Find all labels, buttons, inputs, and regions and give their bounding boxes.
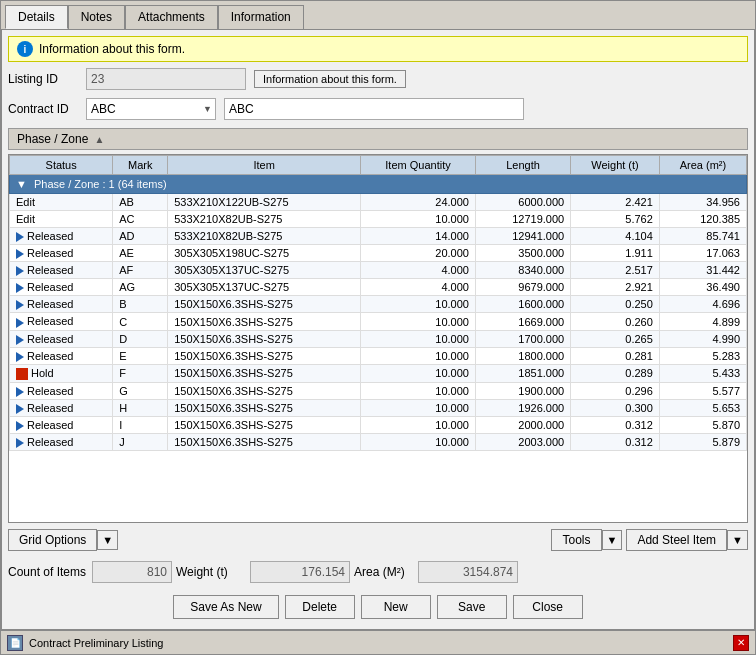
cell-mark: B	[113, 296, 168, 313]
cell-area: 5.577	[659, 382, 746, 399]
status-bar: 📄 Contract Preliminary Listing ✕	[1, 630, 755, 654]
phase-zone-label: Phase / Zone	[17, 132, 88, 146]
add-steel-dropdown[interactable]: ▼	[727, 530, 748, 550]
tab-details[interactable]: Details	[5, 5, 68, 29]
col-mark: Mark	[113, 156, 168, 175]
table-row[interactable]: Released H 150X150X6.3SHS-S275 10.000 19…	[10, 399, 747, 416]
window-close-button[interactable]: ✕	[733, 635, 749, 651]
cell-qty: 10.000	[361, 417, 476, 434]
table-row[interactable]: Released AF 305X305X137UC-S275 4.000 834…	[10, 262, 747, 279]
cell-qty: 10.000	[361, 364, 476, 382]
cell-qty: 14.000	[361, 228, 476, 245]
cell-length: 1900.000	[475, 382, 570, 399]
count-label: Count of Items	[8, 565, 88, 579]
cell-area: 4.696	[659, 296, 746, 313]
table-row[interactable]: Released D 150X150X6.3SHS-S275 10.000 17…	[10, 330, 747, 347]
info-text: Information about this form.	[39, 42, 185, 56]
new-button[interactable]: New	[361, 595, 431, 619]
cell-weight: 0.296	[571, 382, 660, 399]
area-label: Area (M²)	[354, 565, 414, 579]
cell-area: 85.741	[659, 228, 746, 245]
cell-area: 31.442	[659, 262, 746, 279]
cell-item: 305X305X137UC-S275	[168, 279, 361, 296]
table-row[interactable]: Hold F 150X150X6.3SHS-S275 10.000 1851.0…	[10, 364, 747, 382]
status-bar-icon: 📄	[7, 635, 23, 651]
table-row[interactable]: Released B 150X150X6.3SHS-S275 10.000 16…	[10, 296, 747, 313]
cell-qty: 10.000	[361, 296, 476, 313]
cell-item: 305X305X137UC-S275	[168, 262, 361, 279]
bottom-toolbar: Grid Options ▼ Tools ▼ Add Steel Item ▼	[8, 527, 748, 553]
tools-button[interactable]: Tools	[551, 529, 601, 551]
table-container[interactable]: Status Mark Item Item Quantity Length We…	[8, 154, 748, 523]
weight-label: Weight (t)	[176, 565, 246, 579]
phase-header-row: ▼ Phase / Zone : 1 (64 items)	[10, 175, 747, 194]
table-row[interactable]: Released AG 305X305X137UC-S275 4.000 967…	[10, 279, 747, 296]
contract-id-dropdown[interactable]: ABC	[86, 98, 216, 120]
col-qty: Item Quantity	[361, 156, 476, 175]
cell-status: Released	[10, 262, 113, 279]
cell-qty: 10.000	[361, 330, 476, 347]
listing-id-input[interactable]	[86, 68, 246, 90]
cell-length: 12941.000	[475, 228, 570, 245]
grid-options-button[interactable]: Grid Options	[8, 529, 97, 551]
table-row[interactable]: Released G 150X150X6.3SHS-S275 10.000 19…	[10, 382, 747, 399]
weight-value	[250, 561, 350, 583]
tools-group: Tools ▼	[551, 529, 622, 551]
col-area: Area (m²)	[659, 156, 746, 175]
cell-weight: 0.250	[571, 296, 660, 313]
cell-qty: 4.000	[361, 279, 476, 296]
cell-length: 1851.000	[475, 364, 570, 382]
save-button[interactable]: Save	[437, 595, 507, 619]
grid-options-dropdown[interactable]: ▼	[97, 530, 118, 550]
cell-item: 533X210X122UB-S275	[168, 194, 361, 211]
table-row[interactable]: Released AE 305X305X198UC-S275 20.000 35…	[10, 245, 747, 262]
cell-status: Released	[10, 330, 113, 347]
cell-weight: 0.260	[571, 313, 660, 330]
save-as-new-button[interactable]: Save As New	[173, 595, 278, 619]
tab-information[interactable]: Information	[218, 5, 304, 29]
cell-length: 1600.000	[475, 296, 570, 313]
info-button[interactable]: Information about this form.	[254, 70, 406, 88]
delete-button[interactable]: Delete	[285, 595, 355, 619]
cell-status: Released	[10, 313, 113, 330]
cell-weight: 0.289	[571, 364, 660, 382]
cell-area: 4.899	[659, 313, 746, 330]
table-row[interactable]: Released AD 533X210X82UB-S275 14.000 129…	[10, 228, 747, 245]
cell-area: 34.956	[659, 194, 746, 211]
cell-area: 120.385	[659, 211, 746, 228]
action-bar: Save As New Delete New Save Close	[8, 591, 748, 623]
cell-weight: 2.921	[571, 279, 660, 296]
add-steel-button[interactable]: Add Steel Item	[626, 529, 727, 551]
cell-qty: 10.000	[361, 434, 476, 451]
table-row[interactable]: Edit AC 533X210X82UB-S275 10.000 12719.0…	[10, 211, 747, 228]
col-length: Length	[475, 156, 570, 175]
table-row[interactable]: Edit AB 533X210X122UB-S275 24.000 6000.0…	[10, 194, 747, 211]
table-row[interactable]: Released C 150X150X6.3SHS-S275 10.000 16…	[10, 313, 747, 330]
cell-weight: 0.312	[571, 417, 660, 434]
table-row[interactable]: Released I 150X150X6.3SHS-S275 10.000 20…	[10, 417, 747, 434]
cell-length: 12719.000	[475, 211, 570, 228]
sort-icon: ▲	[94, 134, 104, 145]
cell-status: Released	[10, 417, 113, 434]
cell-qty: 10.000	[361, 382, 476, 399]
close-button[interactable]: Close	[513, 595, 583, 619]
cell-mark: F	[113, 364, 168, 382]
cell-mark: AG	[113, 279, 168, 296]
tools-dropdown[interactable]: ▼	[602, 530, 623, 550]
status-bar-text: Contract Preliminary Listing	[29, 637, 164, 649]
phase-collapse-icon[interactable]: ▼	[16, 178, 27, 190]
table-row[interactable]: Released J 150X150X6.3SHS-S275 10.000 20…	[10, 434, 747, 451]
cell-status: Released	[10, 347, 113, 364]
tab-attachments[interactable]: Attachments	[125, 5, 218, 29]
tab-notes[interactable]: Notes	[68, 5, 125, 29]
cell-length: 2003.000	[475, 434, 570, 451]
col-weight: Weight (t)	[571, 156, 660, 175]
cell-area: 5.283	[659, 347, 746, 364]
cell-status: Released	[10, 228, 113, 245]
cell-item: 533X210X82UB-S275	[168, 211, 361, 228]
cell-area: 5.653	[659, 399, 746, 416]
cell-mark: H	[113, 399, 168, 416]
table-row[interactable]: Released E 150X150X6.3SHS-S275 10.000 18…	[10, 347, 747, 364]
tab-bar: Details Notes Attachments Information	[1, 1, 755, 29]
cell-weight: 1.911	[571, 245, 660, 262]
